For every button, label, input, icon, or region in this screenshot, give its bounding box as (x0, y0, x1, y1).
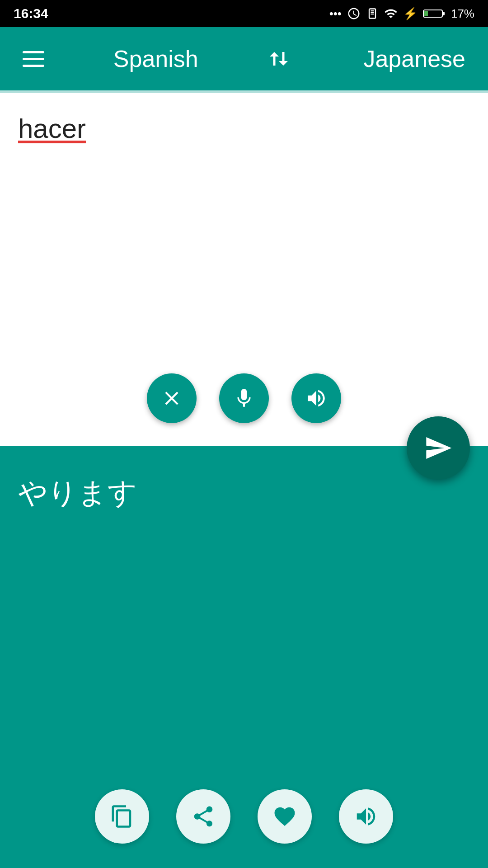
output-section: やります (0, 446, 488, 868)
source-language-label[interactable]: Spanish (113, 45, 198, 72)
input-controls (147, 373, 341, 423)
input-section: hacer (0, 93, 488, 446)
menu-line-2 (23, 58, 44, 60)
signal-icon (384, 7, 398, 20)
speak-output-button[interactable] (339, 789, 393, 844)
speak-input-button[interactable] (291, 373, 341, 423)
alarm-icon (347, 7, 361, 20)
output-controls (95, 789, 393, 844)
output-text: やります (18, 473, 470, 514)
status-icons: ••• ⚡ 17% (329, 7, 474, 21)
charging-icon: ⚡ (403, 7, 418, 21)
status-time: 16:34 (14, 6, 48, 21)
copy-button[interactable] (95, 789, 149, 844)
dots-icon: ••• (329, 7, 342, 21)
svg-rect-1 (424, 11, 428, 16)
menu-line-1 (23, 51, 44, 53)
sim-icon (366, 7, 379, 20)
input-text[interactable]: hacer (18, 111, 470, 146)
battery-percent: 17% (451, 7, 474, 21)
toolbar: Spanish Japanese (0, 27, 488, 90)
clear-button[interactable] (147, 373, 197, 423)
share-button[interactable] (176, 789, 230, 844)
translate-button[interactable] (407, 416, 470, 480)
favorite-button[interactable] (258, 789, 312, 844)
target-language-label[interactable]: Japanese (363, 45, 465, 72)
menu-line-3 (23, 65, 44, 67)
microphone-button[interactable] (219, 373, 269, 423)
svg-rect-2 (442, 12, 445, 15)
battery-icon (423, 7, 446, 20)
status-bar: 16:34 ••• ⚡ 17% (0, 0, 488, 27)
menu-button[interactable] (23, 51, 44, 67)
swap-languages-button[interactable] (267, 47, 295, 70)
